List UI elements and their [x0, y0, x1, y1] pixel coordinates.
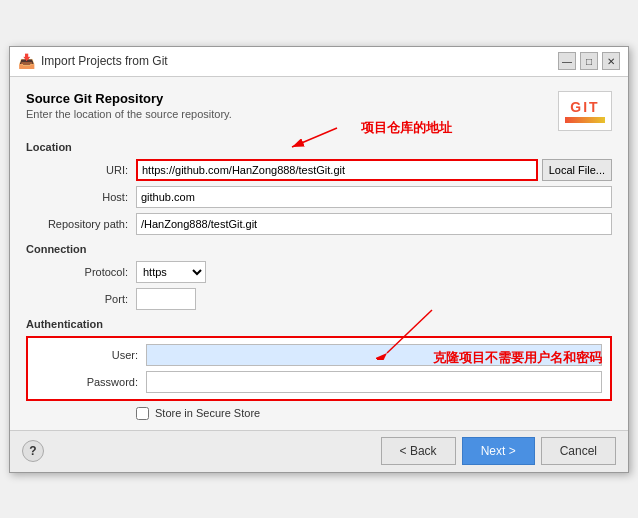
- close-button[interactable]: ✕: [602, 52, 620, 70]
- window-icon: 📥: [18, 53, 35, 69]
- git-logo-text: GIT: [570, 99, 599, 115]
- title-bar: 📥 Import Projects from Git — □ ✕: [10, 47, 628, 77]
- auth-section-label: Authentication: [26, 318, 612, 330]
- help-button[interactable]: ?: [22, 440, 44, 462]
- location-section-label: Location: [26, 141, 612, 153]
- header-text: Source Git Repository Enter the location…: [26, 91, 232, 120]
- back-button[interactable]: < Back: [381, 437, 456, 465]
- connection-section-label: Connection: [26, 243, 612, 255]
- auth-box: User: Password:: [26, 336, 612, 401]
- store-label: Store in Secure Store: [155, 407, 260, 419]
- protocol-select[interactable]: https ssh git: [136, 261, 206, 283]
- host-input[interactable]: [136, 186, 612, 208]
- uri-input[interactable]: [136, 159, 538, 181]
- store-checkbox-row: Store in Secure Store: [136, 407, 612, 420]
- window-title: Import Projects from Git: [41, 54, 168, 68]
- repo-path-row: Repository path:: [26, 213, 612, 235]
- header-section: Source Git Repository Enter the location…: [26, 91, 612, 131]
- annotation-2-text: 克隆项目不需要用户名和密码: [433, 349, 602, 367]
- store-checkbox[interactable]: [136, 407, 149, 420]
- minimize-button[interactable]: —: [558, 52, 576, 70]
- uri-row: URI: Local File...: [26, 159, 612, 181]
- local-file-button[interactable]: Local File...: [542, 159, 612, 181]
- footer: ? < Back Next > Cancel: [10, 430, 628, 472]
- port-input[interactable]: [136, 288, 196, 310]
- maximize-button[interactable]: □: [580, 52, 598, 70]
- protocol-row: Protocol: https ssh git: [26, 261, 612, 283]
- repo-path-label: Repository path:: [26, 218, 136, 230]
- git-logo-bar: [565, 117, 605, 123]
- repo-path-input[interactable]: [136, 213, 612, 235]
- cancel-button[interactable]: Cancel: [541, 437, 616, 465]
- content-area: Source Git Repository Enter the location…: [10, 77, 628, 430]
- protocol-label: Protocol:: [26, 266, 136, 278]
- uri-label: URI:: [26, 164, 136, 176]
- window-controls: — □ ✕: [558, 52, 620, 70]
- page-subtitle: Enter the location of the source reposit…: [26, 108, 232, 120]
- password-input[interactable]: [146, 371, 602, 393]
- next-button[interactable]: Next >: [462, 437, 535, 465]
- host-label: Host:: [26, 191, 136, 203]
- port-label: Port:: [26, 293, 136, 305]
- user-label: User:: [36, 349, 146, 361]
- git-logo: GIT: [558, 91, 612, 131]
- port-row: Port:: [26, 288, 612, 310]
- password-label: Password:: [36, 376, 146, 388]
- auth-section: Authentication User: Password: Store in …: [26, 318, 612, 420]
- main-window: 📥 Import Projects from Git — □ ✕ Source …: [9, 46, 629, 473]
- page-title: Source Git Repository: [26, 91, 232, 106]
- password-row: Password:: [36, 371, 602, 393]
- host-row: Host:: [26, 186, 612, 208]
